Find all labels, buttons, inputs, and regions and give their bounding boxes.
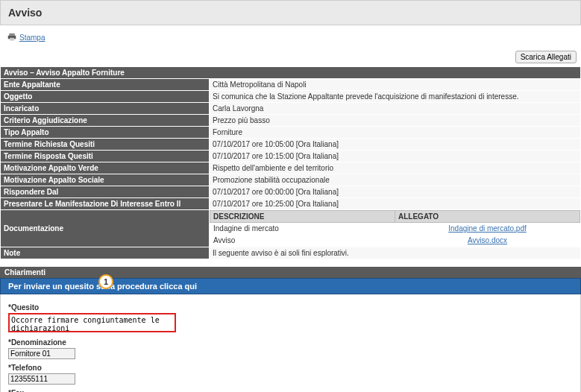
doc-link-indagine[interactable]: Indagine di mercato.pdf xyxy=(448,224,527,233)
denominazione-field[interactable] xyxy=(8,348,75,359)
page-title: Avviso xyxy=(0,0,581,25)
value-oggetto: Si comunica che la Stazione Appaltante p… xyxy=(210,91,581,103)
doc-col-descrizione: DESCRIZIONE xyxy=(210,211,395,223)
label-termine-richiesta: Termine Richiesta Quesiti xyxy=(1,139,210,151)
doc-link-avviso[interactable]: Avviso.docx xyxy=(468,236,507,244)
label-termine-risposta: Termine Risposta Quesiti xyxy=(1,151,210,162)
invia-quesito-bar[interactable]: Per inviare un quesito sulla procedura c… xyxy=(0,278,581,294)
details-title-row: Avviso – Avviso Appalto Forniture xyxy=(1,67,581,79)
label-presentare-entro: Presentare Le Manifestazione Di Interess… xyxy=(1,198,210,210)
details-table: Avviso – Avviso Appalto Forniture Ente A… xyxy=(0,66,581,259)
label-criterio: Criterio Aggiudicazione xyxy=(1,115,210,127)
label-oggetto: Oggetto xyxy=(1,91,210,103)
value-rispondere-dal: 07/10/2017 ore 00:00:00 [Ora Italiana] xyxy=(210,186,581,198)
value-motivazione-sociale: Promozione stabilità occupazionale xyxy=(210,174,581,186)
telefono-label: *Telefono xyxy=(8,364,573,372)
quesito-textarea[interactable] xyxy=(8,313,176,332)
fax-label: *Fax xyxy=(8,389,573,392)
table-row: Avviso Avviso.docx xyxy=(210,235,580,247)
label-tipo: Tipo Appalto xyxy=(1,127,210,139)
value-presentare-entro: 07/10/2017 ore 10:25:00 [Ora Italiana] xyxy=(210,198,581,210)
quesito-label: *Quesito xyxy=(8,303,573,312)
documentazione-table: DESCRIZIONE ALLEGATO Indagine di mercato… xyxy=(210,210,580,247)
table-row: Indagine di mercato Indagine di mercato.… xyxy=(210,223,580,235)
label-ente: Ente Appaltante xyxy=(1,79,210,91)
value-termine-risposta: 07/10/2017 ore 10:15:00 [Ora Italiana] xyxy=(210,151,581,162)
label-motivazione-verde: Motivazione Appalto Verde xyxy=(1,162,210,174)
label-motivazione-sociale: Motivazione Appalto Sociale xyxy=(1,174,210,186)
value-tipo: Forniture xyxy=(210,127,581,139)
value-motivazione-verde: Rispetto dell'ambiente e del territorio xyxy=(210,162,581,174)
quesito-form: *Quesito *Denominazione *Telefono *Fax *… xyxy=(0,294,581,392)
chiarimenti-header: Chiarimenti xyxy=(0,267,581,278)
value-criterio: Prezzo più basso xyxy=(210,115,581,127)
annotation-marker-1: 1 xyxy=(98,274,113,289)
doc-col-allegato: ALLEGATO xyxy=(395,211,580,223)
value-note: Il seguente avviso è ai soli fini esplor… xyxy=(210,247,581,259)
svg-rect-2 xyxy=(10,38,14,41)
label-rispondere-dal: Rispondere Dal xyxy=(1,186,210,198)
label-note: Note xyxy=(1,247,210,259)
scarica-allegati-button[interactable]: Scarica Allegati xyxy=(515,51,577,63)
value-termine-richiesta: 07/10/2017 ore 10:05:00 [Ora Italiana] xyxy=(210,139,581,151)
doc-desc: Indagine di mercato xyxy=(210,223,395,235)
value-incaricato: Carla Lavorgna xyxy=(210,103,581,115)
doc-desc: Avviso xyxy=(210,235,395,247)
telefono-field[interactable] xyxy=(8,373,75,385)
label-incaricato: Incaricato xyxy=(1,103,210,115)
denominazione-label: *Denominazione xyxy=(8,338,573,347)
value-ente: Città Metropolitana di Napoli xyxy=(210,79,581,91)
printer-icon xyxy=(7,33,16,42)
svg-rect-0 xyxy=(9,34,15,36)
stampa-link[interactable]: Stampa xyxy=(19,34,45,42)
label-documentazione: Documentazione xyxy=(1,210,210,247)
